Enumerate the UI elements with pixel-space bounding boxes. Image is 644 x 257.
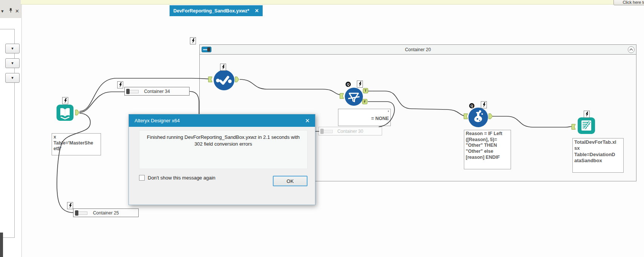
lightning-icon xyxy=(357,81,363,88)
cleansing-input-anchor[interactable] xyxy=(208,76,213,82)
dialog-message-box: Finished running DevForReporting_SandBox… xyxy=(139,130,307,169)
cleansing-output-anchor[interactable] xyxy=(235,76,239,82)
interface-dropdown-2[interactable]: ▼ xyxy=(5,58,20,68)
tool-container-25[interactable]: Container 25 xyxy=(73,208,139,217)
bottom-left-scrollbar[interactable] xyxy=(0,233,3,257)
workflow-tab-title: DevForReporting_SandBox.yxwz* xyxy=(173,8,252,14)
lightning-icon xyxy=(190,37,196,44)
annotation-formula-expression[interactable]: Reason = IF Left ([Reason], 5)= "Other" … xyxy=(464,130,511,169)
lightning-icon xyxy=(220,64,226,71)
tab-close-icon[interactable]: ✕ xyxy=(255,8,259,14)
run-complete-dialog: Alteryx Designer x64 ✕ Finished running … xyxy=(128,114,315,205)
dialog-message: Finished running DevForReporting_SandBox… xyxy=(139,131,307,147)
question-anchor-icon: Q xyxy=(346,82,351,87)
tool-input-data[interactable] xyxy=(57,105,73,121)
dont-show-again-label: Don't show this message again xyxy=(148,175,216,181)
dialog-title: Alteryx Designer x64 xyxy=(129,118,305,123)
formula-flask-icon xyxy=(468,108,488,127)
panel-close-icon[interactable]: ✕ xyxy=(15,8,19,14)
dialog-titlebar[interactable]: Alteryx Designer x64 ✕ xyxy=(129,114,315,127)
wire-input-to-container34 xyxy=(80,92,125,113)
notification-strip xyxy=(21,0,644,5)
wire-input-to-container25 xyxy=(57,113,90,213)
workflow-tab[interactable]: DevForReporting_SandBox.yxwz* ✕ xyxy=(170,5,263,16)
container-25-toggle-knob xyxy=(75,210,78,216)
annotation-input-table[interactable]: x Table='MasterShe et$' xyxy=(52,133,101,155)
interface-dropdown-1[interactable]: ▼ xyxy=(5,44,20,53)
input-output-anchor[interactable] xyxy=(75,109,80,116)
container-34-toggle-knob xyxy=(126,89,130,94)
output-input-anchor[interactable] xyxy=(571,124,576,130)
filter-funnel-icon xyxy=(345,88,363,106)
filter-true-anchor[interactable]: T xyxy=(363,88,368,93)
container-20-header[interactable]: Container 20 xyxy=(200,45,636,55)
dialog-close-icon[interactable]: ✕ xyxy=(305,117,315,124)
notification-button[interactable]: Click here to xyxy=(613,0,644,5)
alteryx-canvas-window: Click here to DevForReporting_SandBox.yx… xyxy=(0,0,644,257)
interface-dropdown-3[interactable]: ▼ xyxy=(5,73,20,83)
lightning-icon xyxy=(481,101,487,108)
lightning-icon xyxy=(62,97,68,104)
container-30-toggle-knob xyxy=(320,129,324,134)
panel-menu-icon[interactable]: ▾ xyxy=(1,8,4,14)
annotation-filter-expression[interactable]: ' = NONE xyxy=(338,109,391,126)
container-20-toggle[interactable] xyxy=(202,47,211,52)
tool-container-34[interactable]: Container 34 xyxy=(124,87,190,96)
pin-icon[interactable] xyxy=(8,8,13,14)
tool-container-30[interactable]: Container 30 xyxy=(318,127,382,135)
filter-input-anchor[interactable] xyxy=(340,93,344,99)
formula-input-anchor[interactable] xyxy=(463,113,468,119)
tool-data-cleansing[interactable] xyxy=(214,70,234,90)
ok-button[interactable]: OK xyxy=(273,176,307,186)
input-data-book-icon xyxy=(57,105,73,121)
dont-show-again-checkbox[interactable] xyxy=(139,175,145,181)
annotation-output-file[interactable]: TotalDevForTab.xl sx Table=DeviationD at… xyxy=(572,138,624,173)
filter-false-anchor[interactable]: F xyxy=(362,99,367,104)
question-anchor-icon: Q xyxy=(469,103,474,108)
output-data-doc-icon xyxy=(578,117,595,134)
lightning-icon xyxy=(67,202,73,209)
tool-output-data[interactable] xyxy=(578,117,595,134)
data-cleansing-check-icon xyxy=(214,70,234,90)
tool-filter[interactable] xyxy=(345,88,363,106)
lightning-icon xyxy=(584,111,590,118)
formula-output-anchor[interactable] xyxy=(488,113,493,119)
container-20-label: Container 20 xyxy=(200,45,636,55)
tool-formula[interactable] xyxy=(468,108,488,127)
lightning-icon xyxy=(117,81,123,88)
container-20-collapse-icon[interactable] xyxy=(628,46,635,53)
